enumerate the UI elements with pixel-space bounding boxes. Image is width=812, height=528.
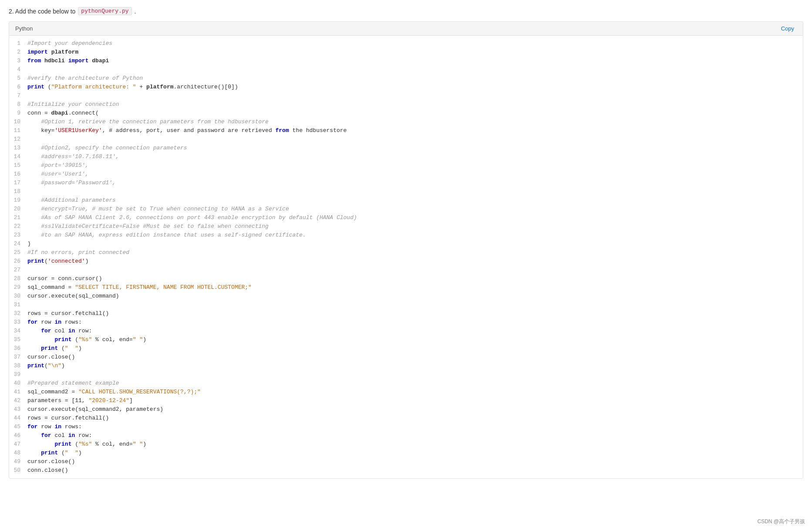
table-row: 37cursor.close() (9, 353, 803, 362)
table-row: 18 (9, 187, 803, 196)
table-row: 3from hdbcli import dbapi (9, 57, 803, 65)
line-number: 39 (9, 370, 27, 379)
table-row: 46 for col in row: (9, 431, 803, 440)
line-content: print ("Platform architecture: " + platf… (27, 83, 803, 91)
line-content: print('connected') (27, 257, 803, 266)
line-number: 21 (9, 213, 27, 222)
line-content: key='USER1UserKey', # address, port, use… (27, 126, 803, 135)
table-row: 32rows = cursor.fetchall() (9, 309, 803, 318)
line-content (27, 65, 803, 74)
line-number: 35 (9, 335, 27, 344)
line-number: 37 (9, 353, 27, 362)
line-content: rows = cursor.fetchall() (27, 414, 803, 423)
line-content: cursor = conn.cursor() (27, 274, 803, 283)
table-row: 16 #user='User1', (9, 170, 803, 179)
table-row: 9conn = dbapi.connect( (9, 109, 803, 118)
table-row: 8#Initialize your connection (9, 100, 803, 109)
instruction-suffix: . (135, 8, 136, 15)
line-number: 46 (9, 431, 27, 440)
line-content: #Option2, specify the connection paramet… (27, 144, 803, 152)
line-content: for row in rows: (27, 318, 803, 327)
table-row: 28cursor = conn.cursor() (9, 274, 803, 283)
line-content: for col in row: (27, 327, 803, 335)
line-content: #to an SAP HANA, express edition instanc… (27, 231, 803, 240)
filename-badge: pythonQuery.py (78, 7, 131, 15)
table-row: 35 print ("%s" % col, end=" ") (9, 335, 803, 344)
table-row: 17 #password='Password1', (9, 179, 803, 187)
line-number: 28 (9, 274, 27, 283)
line-content (27, 301, 803, 309)
line-number: 26 (9, 257, 27, 266)
table-row: 4 (9, 65, 803, 74)
line-content: #Prepared statement example (27, 379, 803, 388)
line-number: 19 (9, 196, 27, 205)
line-number: 6 (9, 83, 27, 91)
line-content: #Initialize your connection (27, 100, 803, 109)
table-row: 36 print (" ") (9, 344, 803, 353)
table-row: 13 #Option2, specify the connection para… (9, 144, 803, 152)
line-content: parameters = [11, "2020-12-24"] (27, 396, 803, 405)
line-number: 36 (9, 344, 27, 353)
table-row: 30cursor.execute(sql_command) (9, 292, 803, 301)
table-row: 42parameters = [11, "2020-12-24"] (9, 396, 803, 405)
line-number: 41 (9, 388, 27, 396)
line-number: 31 (9, 301, 27, 309)
table-row: 43cursor.execute(sql_command2, parameter… (9, 405, 803, 414)
line-number: 32 (9, 309, 27, 318)
line-content: for col in row: (27, 431, 803, 440)
table-row: 45for row in rows: (9, 423, 803, 431)
table-row: 47 print ("%s" % col, end=" ") (9, 440, 803, 449)
table-row: 40#Prepared statement example (9, 379, 803, 388)
instruction-prefix: 2. Add the code below to (9, 8, 75, 15)
line-content: for row in rows: (27, 423, 803, 431)
line-content: conn.close() (27, 466, 803, 475)
line-number: 49 (9, 457, 27, 466)
line-number: 17 (9, 179, 27, 187)
line-content (27, 135, 803, 144)
table-row: 6print ("Platform architecture: " + plat… (9, 83, 803, 91)
table-row: 29sql_command = "SELECT TITLE, FIRSTNAME… (9, 283, 803, 292)
table-row: 15 #port='39015', (9, 161, 803, 170)
line-number: 1 (9, 39, 27, 48)
table-row: 25#If no errors, print connected (9, 248, 803, 257)
line-content: print (" ") (27, 344, 803, 353)
line-content: #port='39015', (27, 161, 803, 170)
code-block-header: Python Copy (9, 22, 803, 36)
line-content: #encrypt=True, # must be set to True whe… (27, 205, 803, 213)
page-container: 2. Add the code below to pythonQuery.py … (0, 0, 812, 486)
table-row: 22 #sslValidateCertificate=False #Must b… (9, 222, 803, 231)
line-number: 15 (9, 161, 27, 170)
line-content: #user='User1', (27, 170, 803, 179)
line-number: 44 (9, 414, 27, 423)
line-number: 30 (9, 292, 27, 301)
line-number: 40 (9, 379, 27, 388)
table-row: 48 print (" ") (9, 449, 803, 457)
line-number: 25 (9, 248, 27, 257)
line-content: import platform (27, 48, 803, 57)
line-content (27, 187, 803, 196)
table-row: 7 (9, 91, 803, 100)
line-number: 45 (9, 423, 27, 431)
line-number: 11 (9, 126, 27, 135)
copy-button[interactable]: Copy (778, 24, 797, 33)
line-number: 34 (9, 327, 27, 335)
code-block-lang: Python (15, 25, 33, 32)
code-area: 1#Import your dependencies2import platfo… (9, 36, 803, 478)
line-content (27, 266, 803, 274)
line-content: sql_command2 = "CALL HOTEL.SHOW_RESERVAT… (27, 388, 803, 396)
line-content: cursor.execute(sql_command2, parameters) (27, 405, 803, 414)
table-row: 12 (9, 135, 803, 144)
table-row: 14 #address='10.7.168.11', (9, 152, 803, 161)
table-row: 19 #Additional parameters (9, 196, 803, 205)
line-content: conn = dbapi.connect( (27, 109, 803, 118)
line-number: 24 (9, 240, 27, 248)
line-number: 4 (9, 65, 27, 74)
line-content: #password='Password1', (27, 179, 803, 187)
table-row: 31 (9, 301, 803, 309)
line-number: 29 (9, 283, 27, 292)
line-content: #Import your dependencies (27, 39, 803, 48)
table-row: 41sql_command2 = "CALL HOTEL.SHOW_RESERV… (9, 388, 803, 396)
line-number: 50 (9, 466, 27, 475)
line-number: 47 (9, 440, 27, 449)
table-row: 38print("\n") (9, 362, 803, 370)
